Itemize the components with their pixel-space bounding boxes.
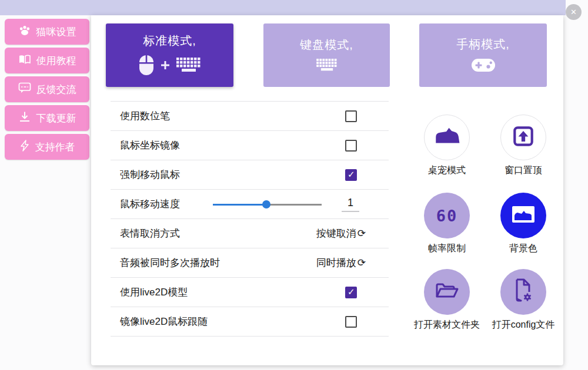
mode-label: 手柄模式, — [456, 36, 510, 52]
sidebar: 猫咪设置 使用教程 反馈 — [5, 19, 89, 163]
open-assets-folder-button[interactable] — [424, 269, 470, 315]
setting-label: 鼠标坐标镜像 — [120, 139, 180, 152]
mode-button-standard[interactable]: 标准模式, — [106, 23, 233, 87]
file-gear-icon — [512, 278, 535, 306]
slider-track-filled — [213, 204, 266, 206]
quick-action-label: 窗口置顶 — [505, 164, 542, 177]
pin-top-icon — [511, 124, 536, 151]
lightning-icon — [19, 140, 30, 154]
book-icon — [18, 54, 31, 68]
window-top-button[interactable] — [500, 115, 546, 160]
sidebar-item-label: 反馈交流 — [36, 83, 76, 96]
pet-mode-button[interactable] — [424, 115, 470, 160]
settings-panel: 标准模式, — [91, 15, 563, 365]
folder-open-icon — [434, 281, 460, 303]
setting-row-mouse-mirror: 鼠标坐标镜像 — [111, 131, 389, 160]
background-color-button[interactable] — [500, 193, 546, 238]
mode-button-gamepad[interactable]: 手柄模式, — [419, 23, 547, 87]
setting-row-live2d-model: 使用live2D模型 — [111, 278, 389, 307]
cat-icon — [432, 126, 462, 149]
sidebar-item-tutorial[interactable]: 使用教程 — [5, 48, 89, 73]
app-window: ✕ 猫咪设置 使用教程 — [0, 0, 588, 370]
sidebar-item-label: 支持作者 — [35, 140, 75, 154]
plus-icon — [160, 60, 171, 73]
download-icon — [18, 111, 31, 125]
setting-label: 使用数位笔 — [120, 109, 170, 123]
setting-label: 强制移动鼠标 — [120, 168, 180, 181]
quick-action-fps-limit: 60 帧率限制 — [403, 193, 491, 255]
quick-action-background-color: 背景色 — [479, 193, 567, 255]
quick-action-pet-mode: 桌宠模式 — [403, 115, 491, 177]
sidebar-item-cat-settings[interactable]: 猫咪设置 — [5, 19, 89, 45]
stylus-checkbox[interactable] — [345, 110, 357, 122]
slider-track-empty — [266, 204, 322, 206]
setting-row-mouse-speed: 鼠标移动速度 1 — [111, 190, 389, 219]
setting-label: 使用live2D模型 — [120, 285, 188, 299]
background-image-icon — [510, 204, 536, 227]
keyboard-icon — [316, 59, 338, 74]
mouse-speed-value[interactable]: 1 — [342, 197, 359, 212]
fps-badge: 60 — [436, 207, 458, 225]
setting-row-force-move-mouse: 强制移动鼠标 — [111, 160, 389, 190]
cycle-icon: ⟳ — [358, 257, 366, 268]
quick-action-label: 打开素材文件夹 — [414, 319, 480, 331]
open-config-file-button[interactable] — [500, 269, 546, 315]
mode-label: 键盘模式, — [300, 37, 353, 53]
close-button[interactable]: ✕ — [566, 4, 582, 20]
setting-label: 鼠标移动速度 — [120, 197, 180, 211]
settings-list: 使用数位笔 鼠标坐标镜像 强制移动鼠标 鼠标移动速度 1 — [111, 101, 389, 337]
live2d-model-checkbox[interactable] — [345, 287, 357, 298]
sidebar-item-label: 猫咪设置 — [36, 25, 76, 39]
setting-row-stylus: 使用数位笔 — [111, 102, 389, 131]
quick-action-label: 打开config文件 — [492, 319, 555, 331]
keyboard-icon — [176, 58, 201, 75]
sidebar-item-label: 使用教程 — [36, 54, 76, 68]
mouse-icon — [139, 55, 154, 78]
title-bar — [0, 0, 566, 15]
mode-label: 标准模式, — [143, 33, 196, 49]
setting-label: 表情取消方式 — [120, 227, 180, 240]
setting-row-expression-cancel: 表情取消方式 按键取消⟳ — [111, 219, 389, 248]
setting-row-audio-overlap: 音频被同时多次播放时 同时播放⟳ — [111, 248, 389, 278]
live2d-mirror-follow-checkbox[interactable] — [345, 316, 357, 328]
gamepad-icon — [471, 58, 496, 75]
slider-thumb[interactable] — [262, 200, 270, 208]
chat-icon — [18, 82, 31, 96]
force-move-mouse-checkbox[interactable] — [345, 169, 357, 181]
quick-action-label: 背景色 — [509, 243, 537, 255]
audio-overlap-selector[interactable]: 同时播放⟳ — [316, 256, 366, 270]
sidebar-item-update[interactable]: 下载更新 — [5, 105, 89, 131]
sidebar-item-feedback[interactable]: 反馈交流 — [5, 76, 89, 102]
quick-action-label: 桌宠模式 — [428, 164, 466, 177]
quick-action-open-config-file: 打开config文件 — [479, 269, 567, 331]
setting-row-live2d-mirror-follow: 镜像live2D鼠标跟随 — [111, 307, 389, 337]
quick-action-open-assets-folder: 打开素材文件夹 — [403, 269, 491, 331]
mode-button-keyboard[interactable]: 键盘模式, — [263, 23, 390, 87]
quick-action-label: 帧率限制 — [428, 243, 466, 255]
mouse-mirror-checkbox[interactable] — [345, 140, 357, 152]
paw-icon — [18, 25, 31, 39]
expression-cancel-selector[interactable]: 按键取消⟳ — [316, 227, 366, 240]
sidebar-item-support-author[interactable]: 支持作者 — [5, 134, 89, 160]
cycle-icon: ⟳ — [358, 227, 366, 239]
quick-action-window-top: 窗口置顶 — [479, 115, 567, 177]
setting-label: 镜像live2D鼠标跟随 — [120, 315, 208, 328]
mouse-speed-slider[interactable] — [213, 203, 322, 206]
sidebar-item-label: 下载更新 — [36, 112, 76, 125]
setting-label: 音频被同时多次播放时 — [120, 256, 220, 270]
fps-limit-button[interactable]: 60 — [424, 193, 470, 238]
